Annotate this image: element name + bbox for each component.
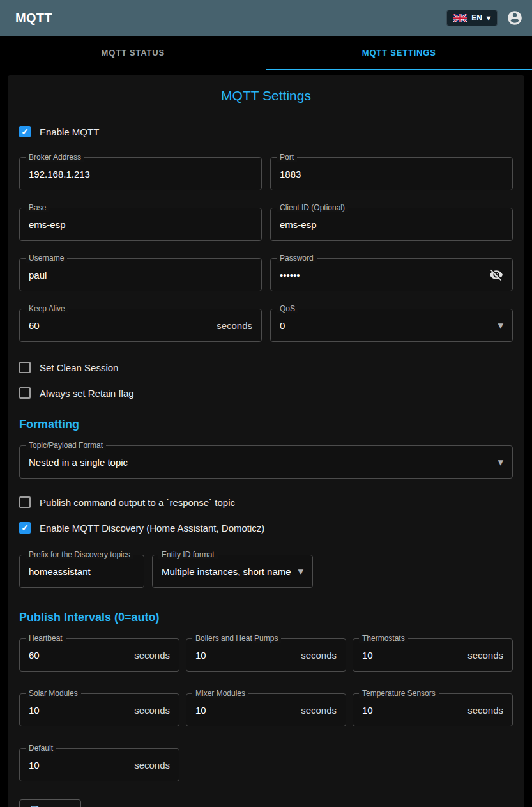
mqtt-discovery-label: Enable MQTT Discovery (Home Assistant, D…: [40, 523, 264, 534]
discovery-options-row: Prefix for the Discovery topics homeassi…: [19, 555, 513, 588]
app-bar: MQTT EN ▾: [0, 0, 532, 36]
entity-id-format-select[interactable]: Entity ID format Multiple instances, sho…: [152, 555, 313, 588]
uk-flag-icon: [453, 14, 467, 22]
checkbox-checked-icon: ✓: [19, 522, 31, 534]
page-title: MQTT Settings: [221, 88, 311, 104]
clean-session-label: Set Clean Session: [40, 362, 118, 373]
thermostats-suffix: seconds: [467, 650, 503, 661]
thermostats-value: 10: [362, 650, 462, 661]
topic-format-row: Topic/Payload Format Nested in a single …: [19, 445, 513, 479]
thermostats-label: Thermostats: [359, 634, 408, 643]
language-label: EN: [471, 13, 482, 22]
port-value: 1883: [280, 169, 503, 180]
boilers-suffix: seconds: [301, 650, 337, 661]
retain-flag-checkbox[interactable]: Always set Retain flag: [19, 385, 513, 401]
client-id-field[interactable]: Client ID (Optional) ems-esp: [270, 208, 513, 241]
base-field[interactable]: Base ems-esp: [19, 208, 262, 241]
checkbox-unchecked-icon: [19, 496, 31, 508]
mqtt-settings-card: MQTT Settings ✓ Enable MQTT Broker Addre…: [8, 75, 524, 807]
password-field[interactable]: Password ••••••: [270, 258, 513, 291]
discovery-prefix-label: Prefix for the Discovery topics: [26, 550, 133, 559]
base-clientid-row: Base ems-esp Client ID (Optional) ems-es…: [19, 208, 513, 241]
mqtt-discovery-checkbox[interactable]: ✓ Enable MQTT Discovery (Home Assistant,…: [19, 520, 513, 535]
username-label: Username: [26, 254, 67, 263]
mixer-suffix: seconds: [301, 705, 337, 716]
checkbox-checked-icon: ✓: [19, 126, 31, 137]
username-field[interactable]: Username paul: [19, 258, 262, 291]
heartbeat-label: Heartbeat: [26, 634, 66, 643]
topic-format-value: Nested in a single topic: [29, 457, 492, 468]
clean-session-checkbox[interactable]: Set Clean Session: [19, 360, 513, 375]
qos-select[interactable]: QoS 0 ▾: [270, 309, 513, 342]
discovery-prefix-field[interactable]: Prefix for the Discovery topics homeassi…: [19, 555, 144, 588]
publish-intervals-heading: Publish Intervals (0=auto): [19, 611, 513, 624]
entity-id-format-label: Entity ID format: [158, 550, 218, 559]
heartbeat-value: 60: [29, 650, 129, 661]
tab-mqtt-status[interactable]: MQTT STATUS: [0, 36, 266, 70]
response-topic-checkbox[interactable]: Publish command output to a `response` t…: [19, 495, 513, 510]
default-interval-field[interactable]: Default 10 seconds: [19, 748, 179, 781]
checkbox-unchecked-icon: [19, 362, 31, 373]
qos-value: 0: [280, 320, 492, 331]
save-row: SAVE: [19, 799, 513, 807]
solar-label: Solar Modules: [26, 689, 81, 698]
divider-line: [321, 96, 513, 96]
solar-value: 10: [29, 705, 129, 716]
solar-interval-field[interactable]: Solar Modules 10 seconds: [19, 693, 179, 726]
enable-mqtt-checkbox[interactable]: ✓ Enable MQTT: [19, 124, 513, 139]
dropdown-caret-icon: ▾: [498, 457, 503, 468]
password-label: Password: [277, 254, 317, 263]
broker-address-label: Broker Address: [26, 153, 84, 162]
port-field[interactable]: Port 1883: [270, 157, 513, 190]
client-id-label: Client ID (Optional): [277, 203, 348, 212]
boilers-label: Boilers and Heat Pumps: [192, 634, 281, 643]
topic-payload-format-select[interactable]: Topic/Payload Format Nested in a single …: [19, 445, 513, 479]
default-suffix: seconds: [134, 760, 170, 771]
account-circle-icon: [506, 10, 523, 26]
keep-alive-value: 60: [29, 320, 211, 331]
user-avatar-icon[interactable]: [506, 10, 523, 26]
heartbeat-suffix: seconds: [134, 650, 170, 661]
solar-suffix: seconds: [134, 705, 170, 716]
mixer-value: 10: [195, 705, 296, 716]
thermostats-interval-field[interactable]: Thermostats 10 seconds: [353, 638, 513, 672]
default-value: 10: [29, 760, 129, 771]
tab-bar: MQTT STATUS MQTT SETTINGS: [0, 36, 532, 70]
mqtt-app: MQTT EN ▾ MQTT STATUS MQTT: [0, 0, 532, 807]
temperature-sensors-interval-field[interactable]: Temperature Sensors 10 seconds: [353, 693, 513, 726]
mixer-interval-field[interactable]: Mixer Modules 10 seconds: [186, 693, 346, 726]
base-value: ems-esp: [29, 219, 252, 230]
port-label: Port: [277, 153, 297, 162]
entity-id-format-value: Multiple instances, short name: [162, 566, 293, 577]
retain-flag-label: Always set Retain flag: [40, 388, 134, 399]
default-label: Default: [26, 744, 56, 753]
keepalive-qos-row: Keep Alive 60 seconds QoS 0 ▾: [19, 309, 513, 342]
boilers-interval-field[interactable]: Boilers and Heat Pumps 10 seconds: [186, 638, 346, 672]
broker-address-field[interactable]: Broker Address 192.168.1.213: [19, 157, 262, 190]
heartbeat-interval-field[interactable]: Heartbeat 60 seconds: [19, 638, 179, 672]
save-icon: [29, 804, 41, 807]
mixer-label: Mixer Modules: [192, 689, 248, 698]
page-title-divider: MQTT Settings: [19, 88, 513, 104]
divider-line: [19, 96, 211, 96]
tab-mqtt-settings[interactable]: MQTT SETTINGS: [266, 36, 532, 70]
enable-mqtt-label: Enable MQTT: [40, 127, 99, 137]
boilers-value: 10: [195, 650, 296, 661]
visibility-off-icon[interactable]: [489, 268, 503, 282]
topic-format-label: Topic/Payload Format: [26, 441, 106, 450]
temperature-sensors-label: Temperature Sensors: [359, 689, 439, 698]
username-password-row: Username paul Password ••••••: [19, 258, 513, 291]
broker-address-value: 192.168.1.213: [29, 169, 252, 180]
language-selector-button[interactable]: EN ▾: [446, 10, 498, 26]
response-topic-label: Publish command output to a `response` t…: [40, 497, 235, 508]
appbar-actions: EN ▾: [446, 10, 523, 26]
keep-alive-suffix: seconds: [217, 320, 252, 331]
chevron-down-icon: ▾: [487, 13, 490, 22]
keep-alive-field[interactable]: Keep Alive 60 seconds: [19, 309, 262, 342]
formatting-heading: Formatting: [19, 418, 513, 431]
keep-alive-label: Keep Alive: [26, 304, 68, 313]
temperature-sensors-value: 10: [362, 705, 462, 716]
app-title: MQTT: [15, 11, 52, 26]
save-button[interactable]: SAVE: [19, 799, 81, 807]
dropdown-caret-icon: ▾: [298, 566, 303, 577]
